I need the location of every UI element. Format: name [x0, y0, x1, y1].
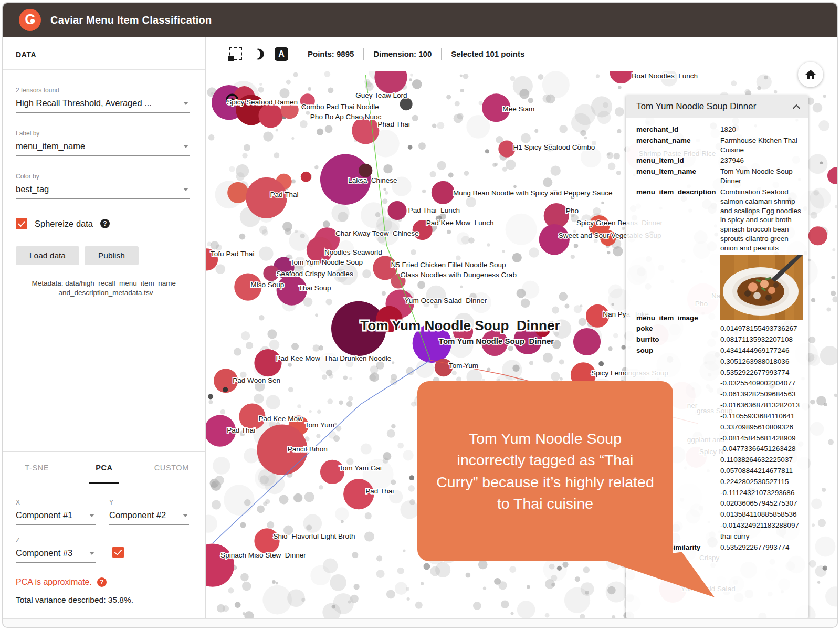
divider — [441, 48, 442, 60]
scatter-label: Pho — [566, 207, 579, 215]
scatter-point[interactable] — [573, 328, 601, 355]
chevron-down-icon — [183, 188, 188, 191]
labels-toggle-icon[interactable]: A — [275, 47, 288, 61]
panel-row-label: soup — [636, 346, 720, 355]
panel-row: menu_item_image — [636, 255, 804, 323]
scatter-point[interactable] — [432, 181, 455, 204]
scatter-point[interactable] — [610, 71, 633, 83]
scatter-point[interactable] — [223, 387, 228, 392]
z-axis-checkbox[interactable] — [112, 547, 124, 558]
data-section-title: DATA — [3, 37, 205, 69]
scatter-point[interactable] — [258, 103, 282, 128]
panel-row-value: -0.08145845681428909 — [720, 434, 804, 443]
panel-row: soup0.4341444969177246 — [636, 346, 804, 355]
panel-row-value: Combination Seafood salmon calamari shri… — [720, 187, 804, 253]
color-by-label: Color by — [16, 173, 190, 180]
divider — [298, 48, 298, 60]
scatter-label: Pad Thai Lunch — [408, 206, 460, 214]
scatter-label: Tom Yum Noodle Soup Dinner — [439, 337, 554, 345]
label-by-label: Label by — [16, 130, 190, 137]
panel-row-value: 0.05708844214677811 — [720, 466, 804, 476]
panel-row-value: -0.11055933684110641 — [720, 412, 804, 421]
y-component-value: Component #2 — [109, 510, 166, 520]
panel-row-label: menu_item_name — [636, 167, 720, 186]
scatter-point[interactable] — [374, 71, 407, 93]
tensors-found-label: 2 tensors found — [16, 87, 190, 94]
panel-row-value: 0.014978155493736267 — [720, 324, 804, 333]
z-component-value: Component #3 — [16, 548, 72, 558]
panel-row-value: 237946 — [720, 156, 804, 165]
scatter-label: Noodles Seaworld — [324, 248, 382, 256]
points-count: Points: 9895 — [308, 49, 354, 58]
chevron-down-icon — [183, 102, 188, 105]
panel-row-value: 0.08171135932207108 — [720, 335, 804, 344]
scatter-label: Shio Flavorful Light Broth — [274, 532, 355, 540]
app-window: C Caviar Menu Item Classification DATA 2… — [2, 2, 838, 628]
scatter-point[interactable] — [808, 226, 827, 245]
help-icon[interactable]: ? — [97, 578, 107, 587]
z-component-select[interactable]: Component #3 — [16, 545, 96, 563]
tab-custom[interactable]: CUSTOM — [138, 452, 205, 484]
panel-row-label: merchant_id — [636, 125, 720, 134]
scatter-label: Pancit Bihon — [288, 445, 328, 453]
box-select-icon[interactable] — [229, 47, 242, 60]
load-data-button[interactable]: Load data — [16, 246, 79, 265]
tab-pca[interactable]: PCA — [70, 452, 138, 484]
x-component-value: Component #1 — [16, 510, 72, 520]
scatter-point[interactable] — [827, 167, 837, 184]
scatter-point[interactable] — [400, 98, 413, 110]
panel-row-value: 0.11038264632225037 — [720, 455, 804, 465]
panel-row-value: -0.11124321073293686 — [720, 488, 804, 498]
scatter-label: Tom Yum — [305, 421, 334, 429]
color-by-select[interactable]: best_tag — [16, 181, 190, 199]
label-by-value: menu_item_name — [16, 141, 85, 151]
x-component-select[interactable]: Component #1 — [16, 507, 96, 525]
scatter-label: Miso Soup — [250, 281, 284, 289]
panel-row-label: burrito — [636, 335, 720, 344]
metadata-path: Metadata: data/high_recall_menu_item_nam… — [3, 279, 205, 298]
panel-row-value: Tom Yum Noodle Soup Dinner — [720, 167, 804, 186]
panel-row-value: 0.33709895610809326 — [720, 423, 804, 432]
scatter-label: Pho Bo Ap Chao Nuoc — [310, 113, 382, 121]
scatter-label: Yum Ocean Salad Dinner — [405, 297, 487, 304]
embedding-plot[interactable]: Boat Noodles LunchSpicy Seafood RamenGue… — [206, 71, 837, 618]
chevron-up-icon[interactable] — [793, 103, 800, 110]
left-sidebar: DATA 2 tensors found High Recall Thresho… — [3, 37, 206, 618]
dimension-count: Dimension: 100 — [373, 49, 432, 58]
panel-row-value: -0.014324921183288097 — [720, 521, 804, 530]
scatter-point[interactable] — [359, 164, 372, 177]
help-icon[interactable]: ? — [100, 219, 110, 228]
publish-button[interactable]: Publish — [85, 246, 139, 265]
scatter-label: Tofu Pad Thai — [211, 250, 254, 258]
scatter-label: Tom Yum — [449, 362, 478, 370]
scatter-point[interactable] — [254, 349, 281, 376]
panel-row-value: 0.5352922677993774 — [720, 543, 804, 552]
sphereize-checkbox[interactable] — [16, 218, 27, 229]
annotation-callout: Tom Yum Noodle Soup incorrectly tagged a… — [417, 381, 673, 561]
sphereize-label: Sphereize data — [35, 219, 93, 229]
scatter-label: Pad Kee Mow — [258, 415, 303, 423]
y-component-select[interactable]: Component #2 — [109, 507, 189, 525]
scatter-label: Combo Pad Thai Noodle — [301, 103, 379, 111]
scatter-point[interactable] — [227, 182, 248, 203]
home-button[interactable] — [798, 62, 823, 87]
panel-row-label — [636, 357, 720, 366]
scatter-point[interactable] — [208, 394, 213, 399]
scatter-point[interactable] — [387, 201, 406, 220]
scatter-point[interactable] — [301, 172, 311, 182]
scatter-label: Laksa Chinese — [348, 176, 397, 184]
variance-note: Total variance described: 35.8%. — [16, 595, 193, 618]
scatter-label: Tom Yum Noodle Soup — [290, 258, 363, 266]
tensor-select[interactable]: High Recall Threshold, Averaged ... — [16, 95, 190, 113]
chevron-down-icon — [89, 552, 94, 555]
panel-row: menu_item_descriptionCombination Seafood… — [636, 187, 804, 253]
label-by-select[interactable]: menu_item_name — [16, 138, 190, 156]
z-axis-label: Z — [16, 537, 96, 544]
scatter-label: Guey Teaw Lord — [355, 91, 407, 99]
panel-row: 0.3051263988018036 — [636, 357, 804, 366]
tab-t-sne[interactable]: T-SNE — [3, 452, 70, 484]
night-mode-icon[interactable] — [251, 47, 265, 61]
panel-row-value: 1820 — [720, 125, 804, 134]
scatter-point[interactable] — [206, 543, 234, 586]
app-header: C Caviar Menu Item Classification — [3, 3, 837, 37]
